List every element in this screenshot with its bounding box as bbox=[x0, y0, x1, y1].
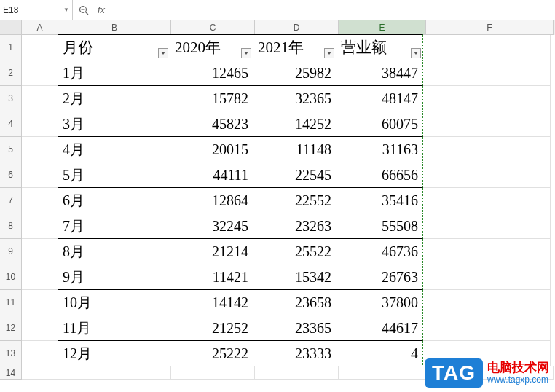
cell-F[interactable] bbox=[423, 137, 551, 162]
cell-E[interactable]: 38447 bbox=[336, 60, 423, 86]
filter-button[interactable] bbox=[411, 48, 421, 58]
cell-B[interactable] bbox=[58, 366, 171, 380]
cell-F[interactable] bbox=[423, 290, 551, 315]
cell-B[interactable]: 1月 bbox=[58, 60, 170, 86]
cell-D[interactable]: 23365 bbox=[253, 315, 336, 341]
cell-C[interactable]: 12864 bbox=[170, 187, 253, 213]
cell-D[interactable]: 32365 bbox=[253, 85, 336, 111]
row-header[interactable]: 4 bbox=[0, 111, 22, 137]
row-header[interactable]: 3 bbox=[0, 86, 22, 111]
cell-A[interactable] bbox=[22, 188, 58, 213]
name-box-input[interactable] bbox=[3, 5, 54, 15]
cell-D[interactable]: 14252 bbox=[253, 111, 336, 137]
cell-C[interactable]: 12465 bbox=[170, 60, 253, 86]
cell-E[interactable]: 44617 bbox=[336, 315, 423, 341]
cell-F[interactable] bbox=[423, 239, 551, 264]
cell-A[interactable] bbox=[22, 86, 58, 111]
cell-F[interactable] bbox=[423, 60, 551, 86]
cell-A[interactable] bbox=[22, 366, 58, 380]
cell-B[interactable]: 8月 bbox=[58, 238, 170, 264]
cell-D[interactable]: 22552 bbox=[253, 187, 336, 213]
row-header[interactable]: 5 bbox=[0, 137, 22, 162]
row-header[interactable]: 9 bbox=[0, 239, 22, 264]
row-header[interactable]: 8 bbox=[0, 213, 22, 239]
cell-A[interactable] bbox=[22, 162, 58, 188]
fx-icon[interactable]: fx bbox=[98, 4, 105, 15]
cell-C[interactable]: 20015 bbox=[170, 136, 253, 162]
cell-C[interactable]: 2020年 bbox=[170, 34, 253, 60]
cell-B[interactable]: 9月 bbox=[58, 264, 170, 290]
cell-B[interactable]: 10月 bbox=[58, 289, 170, 315]
cell-C[interactable]: 44111 bbox=[170, 162, 253, 188]
cell-C[interactable]: 14142 bbox=[170, 289, 253, 315]
cell-D[interactable]: 11148 bbox=[253, 136, 336, 162]
cell-E[interactable]: 46736 bbox=[336, 238, 423, 264]
cell-B[interactable]: 6月 bbox=[58, 187, 170, 213]
cell-E[interactable] bbox=[339, 366, 426, 380]
cell-A[interactable] bbox=[22, 111, 58, 137]
cell-D[interactable]: 25982 bbox=[253, 60, 336, 86]
name-box-dropdown-icon[interactable]: ▼ bbox=[63, 7, 69, 13]
cell-C[interactable]: 25222 bbox=[170, 340, 253, 366]
cell-C[interactable]: 11421 bbox=[170, 264, 253, 290]
cell-B[interactable]: 7月 bbox=[58, 213, 170, 239]
col-header-F[interactable]: F bbox=[426, 20, 554, 35]
cell-E[interactable]: 35416 bbox=[336, 187, 423, 213]
zoom-out-icon[interactable] bbox=[79, 5, 89, 15]
cell-E[interactable]: 31163 bbox=[336, 136, 423, 162]
col-header-E[interactable]: E bbox=[339, 20, 426, 35]
col-header-D[interactable]: D bbox=[255, 20, 339, 35]
cell-A[interactable] bbox=[22, 264, 58, 290]
col-header-A[interactable]: A bbox=[22, 20, 58, 35]
cell-F[interactable] bbox=[423, 188, 551, 213]
cell-F[interactable] bbox=[423, 213, 551, 239]
cell-E[interactable]: 4 bbox=[336, 340, 423, 366]
row-header[interactable]: 14 bbox=[0, 366, 22, 380]
cell-A[interactable] bbox=[22, 239, 58, 264]
cell-A[interactable] bbox=[22, 290, 58, 315]
cell-A[interactable] bbox=[22, 35, 58, 60]
cell-C[interactable] bbox=[171, 366, 255, 380]
cell-B[interactable]: 3月 bbox=[58, 111, 170, 137]
cell-E[interactable]: 26763 bbox=[336, 264, 423, 290]
cell-C[interactable]: 21252 bbox=[170, 315, 253, 341]
name-box[interactable]: ▼ bbox=[0, 0, 73, 20]
col-header-B[interactable]: B bbox=[58, 20, 171, 35]
cell-F[interactable] bbox=[423, 315, 551, 341]
cell-E[interactable]: 48147 bbox=[336, 85, 423, 111]
cell-E[interactable]: 66656 bbox=[336, 162, 423, 188]
cell-D[interactable]: 25522 bbox=[253, 238, 336, 264]
row-header[interactable]: 6 bbox=[0, 162, 22, 188]
cell-F[interactable] bbox=[423, 35, 551, 60]
cell-C[interactable]: 15782 bbox=[170, 85, 253, 111]
cell-A[interactable] bbox=[22, 315, 58, 341]
cell-D[interactable]: 2021年 bbox=[253, 34, 336, 60]
row-header[interactable]: 10 bbox=[0, 264, 22, 290]
cell-D[interactable]: 23263 bbox=[253, 213, 336, 239]
cell-F[interactable] bbox=[423, 162, 551, 188]
select-all-corner[interactable] bbox=[0, 20, 22, 35]
filter-button[interactable] bbox=[324, 48, 334, 58]
cell-E[interactable]: 60075 bbox=[336, 111, 423, 137]
row-header[interactable]: 2 bbox=[0, 60, 22, 86]
cell-E[interactable]: 营业额 bbox=[336, 34, 423, 60]
cell-E[interactable]: 55508 bbox=[336, 213, 423, 239]
cell-F[interactable] bbox=[423, 111, 551, 137]
cell-B[interactable]: 2月 bbox=[58, 85, 170, 111]
cell-D[interactable]: 23333 bbox=[253, 340, 336, 366]
cell-E[interactable]: 37800 bbox=[336, 289, 423, 315]
cell-A[interactable] bbox=[22, 60, 58, 86]
cell-C[interactable]: 45823 bbox=[170, 111, 253, 137]
cell-A[interactable] bbox=[22, 213, 58, 239]
cell-D[interactable]: 22545 bbox=[253, 162, 336, 188]
cell-C[interactable]: 21214 bbox=[170, 238, 253, 264]
row-header[interactable]: 7 bbox=[0, 188, 22, 213]
cell-D[interactable] bbox=[255, 366, 339, 380]
row-header[interactable]: 1 bbox=[0, 35, 22, 60]
row-header[interactable]: 12 bbox=[0, 315, 22, 341]
filter-button[interactable] bbox=[158, 48, 168, 58]
cell-C[interactable]: 32245 bbox=[170, 213, 253, 239]
cell-B[interactable]: 月份 bbox=[58, 34, 170, 60]
cell-B[interactable]: 12月 bbox=[58, 340, 170, 366]
cell-B[interactable]: 11月 bbox=[58, 315, 170, 341]
